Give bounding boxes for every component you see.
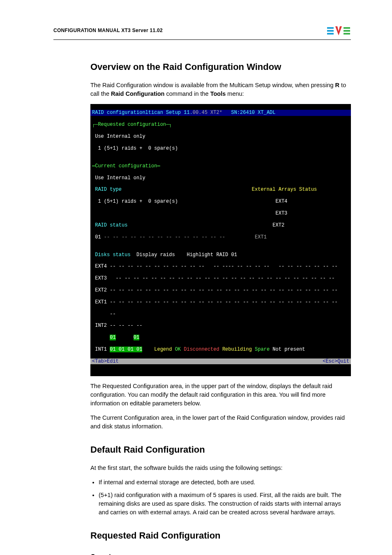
svg-rect-5 bbox=[344, 30, 350, 32]
heading-overview: Overview on the Raid Configuration Windo… bbox=[90, 60, 351, 74]
after-para-2: The Current Configuration area, in the l… bbox=[90, 414, 351, 431]
page-content: Overview on the Raid Configuration Windo… bbox=[90, 60, 351, 555]
heading-requested: Requested Raid Configuration bbox=[90, 529, 351, 542]
evs-logo bbox=[326, 25, 351, 37]
raid-config-screenshot: RAID configurationltican Setup 11.00.45 … bbox=[90, 104, 351, 376]
def-para-1: At the first start, the software builds … bbox=[90, 464, 351, 472]
svg-rect-1 bbox=[327, 30, 334, 32]
svg-rect-2 bbox=[327, 33, 334, 35]
svg-rect-4 bbox=[344, 27, 350, 29]
subheading-overview: Overview bbox=[90, 552, 351, 555]
list-item: (5+1) raid configuration with a maximum … bbox=[99, 491, 351, 517]
default-list: If internal and external storage are det… bbox=[90, 478, 351, 517]
heading-default: Default Raid Configuration bbox=[90, 443, 351, 456]
svg-rect-0 bbox=[327, 27, 334, 29]
after-para-1: The Requested Configuration area, in the… bbox=[90, 382, 351, 408]
svg-rect-6 bbox=[344, 33, 350, 35]
intro-paragraph: The Raid Configuration window is availab… bbox=[90, 81, 351, 98]
page-header: CONFIGURATION MANUAL XT3 Server 11.02 bbox=[53, 25, 351, 40]
header-title: CONFIGURATION MANUAL XT3 Server 11.02 bbox=[53, 27, 163, 34]
svg-marker-3 bbox=[335, 26, 342, 35]
list-item: If internal and external storage are det… bbox=[99, 478, 351, 487]
